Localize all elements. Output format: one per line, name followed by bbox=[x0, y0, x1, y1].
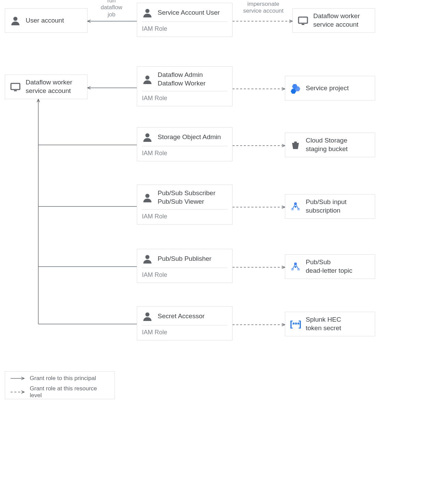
pubsub-deadletter-label: Pub/Sub dead-letter topic bbox=[306, 258, 352, 275]
person-icon bbox=[142, 132, 153, 143]
node-dataflow-worker-sa-left: Dataflow worker service account bbox=[5, 75, 88, 99]
connector-solid bbox=[88, 21, 137, 22]
node-service-project: Service project bbox=[285, 76, 375, 100]
node-role-storage-object-admin: Storage Object Admin IAM Role bbox=[137, 127, 233, 161]
edge-label-impersonate: impersonate service account bbox=[236, 1, 291, 15]
connector-dashed bbox=[233, 145, 285, 146]
splunk-secret-label: Splunk HEC token secret bbox=[306, 315, 341, 332]
node-splunk-hec-secret: Splunk HEC token secret bbox=[285, 312, 375, 336]
connector-dashed bbox=[233, 88, 285, 90]
role-title: Pub/Sub Publisher bbox=[158, 255, 211, 263]
legend-row-dashed: Grant role at this resource level bbox=[5, 385, 115, 399]
arrow-solid-icon bbox=[10, 376, 25, 380]
dataflow-worker-sa-top-label: Dataflow worker service account bbox=[313, 12, 360, 29]
arrow-dashed-icon bbox=[10, 390, 25, 394]
connector-trunk bbox=[38, 99, 137, 328]
edge-label-run-dataflow: run dataflow job bbox=[88, 0, 135, 18]
bucket-icon bbox=[290, 139, 301, 150]
person-icon bbox=[142, 253, 153, 264]
node-role-secret-accessor: Secret Accessor IAM Role bbox=[137, 306, 233, 340]
node-cloud-storage-bucket: Cloud Storage staging bucket bbox=[285, 133, 375, 157]
person-icon bbox=[142, 74, 153, 85]
role-subtitle: IAM Role bbox=[137, 325, 232, 340]
service-project-label: Service project bbox=[306, 84, 349, 93]
connector-dashed bbox=[233, 267, 285, 268]
role-subtitle: IAM Role bbox=[137, 268, 232, 283]
dataflow-worker-sa-left-label: Dataflow worker service account bbox=[26, 78, 72, 95]
pubsub-icon bbox=[290, 201, 301, 212]
role-subtitle: IAM Role bbox=[137, 91, 232, 106]
person-icon bbox=[10, 15, 21, 26]
person-icon bbox=[142, 192, 153, 203]
monitor-icon bbox=[298, 15, 308, 26]
pubsub-icon bbox=[290, 261, 301, 272]
connector-dashed bbox=[233, 324, 285, 325]
monitor-icon bbox=[10, 81, 21, 92]
connector-solid bbox=[88, 87, 137, 89]
node-user-account: User account bbox=[5, 8, 88, 33]
role-subtitle: IAM Role bbox=[137, 22, 232, 37]
pubsub-input-label: Pub/Sub input subscription bbox=[306, 198, 346, 215]
node-role-pubsub-publisher: Pub/Sub Publisher IAM Role bbox=[137, 249, 233, 283]
connector-dashed bbox=[233, 21, 292, 22]
connector-dashed bbox=[233, 206, 285, 208]
legend-solid-label: Grant role to this principal bbox=[30, 375, 96, 382]
legend-dashed-label: Grant role at this resource level bbox=[30, 385, 108, 399]
node-role-pubsub-subscriber-viewer: Pub/Sub Subscriber Pub/Sub Viewer IAM Ro… bbox=[137, 185, 233, 225]
hexagon-icon bbox=[290, 83, 301, 94]
role-title: Secret Accessor bbox=[158, 312, 205, 321]
legend-row-solid: Grant role to this principal bbox=[5, 372, 115, 385]
role-title: Service Account User bbox=[158, 9, 220, 17]
node-pubsub-input-subscription: Pub/Sub input subscription bbox=[285, 194, 375, 219]
node-dataflow-worker-sa-top: Dataflow worker service account bbox=[292, 8, 375, 33]
role-title: Storage Object Admin bbox=[158, 133, 221, 142]
legend-box: Grant role to this principal Grant role … bbox=[5, 371, 115, 399]
role-title: Dataflow Admin Dataflow Worker bbox=[158, 71, 206, 88]
role-subtitle: IAM Role bbox=[137, 210, 232, 224]
role-title: Pub/Sub Subscriber Pub/Sub Viewer bbox=[158, 189, 215, 206]
node-role-dataflow-admin-worker: Dataflow Admin Dataflow Worker IAM Role bbox=[137, 66, 233, 106]
person-icon bbox=[142, 311, 153, 322]
user-account-label: User account bbox=[26, 16, 64, 25]
cloud-storage-bucket-label: Cloud Storage staging bucket bbox=[306, 136, 348, 153]
role-subtitle: IAM Role bbox=[137, 146, 232, 161]
secret-icon bbox=[290, 319, 301, 330]
node-pubsub-deadletter-topic: Pub/Sub dead-letter topic bbox=[285, 254, 375, 279]
node-role-service-account-user: Service Account User IAM Role bbox=[137, 3, 233, 37]
person-icon bbox=[142, 7, 153, 18]
